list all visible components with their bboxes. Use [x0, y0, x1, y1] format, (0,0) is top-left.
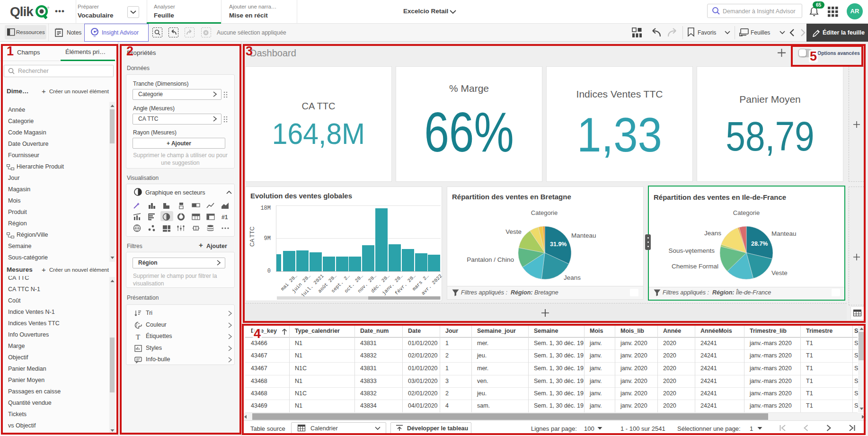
svg-text:#1: #1 [221, 214, 228, 221]
svg-text:T: T [136, 333, 140, 341]
